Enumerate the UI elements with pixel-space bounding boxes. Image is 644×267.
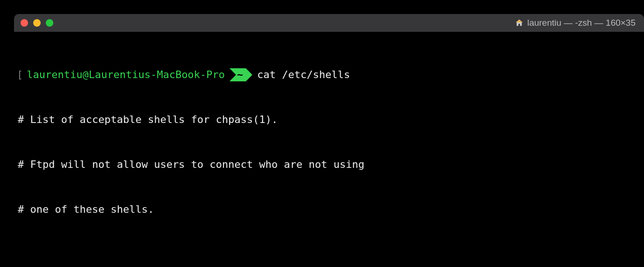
powerline-arrow-left-icon bbox=[229, 68, 236, 81]
output-line: # List of acceptable shells for chpass(1… bbox=[16, 112, 642, 127]
prompt-cwd: ~ bbox=[236, 68, 246, 81]
terminal-content[interactable]: [ laurentiu@Laurentius-MacBook-Pro ~ cat… bbox=[14, 32, 644, 267]
window-title: laurentiu — -zsh — 160×35 bbox=[515, 18, 636, 28]
output-line: # one of these shells. bbox=[16, 202, 642, 217]
command-text: cat /etc/shells bbox=[252, 67, 350, 82]
terminal-window: laurentiu — -zsh — 160×35 [ laurentiu@La… bbox=[14, 14, 644, 267]
window-titlebar[interactable]: laurentiu — -zsh — 160×35 bbox=[14, 14, 644, 32]
traffic-lights bbox=[21, 19, 53, 27]
minimize-button[interactable] bbox=[33, 19, 41, 27]
home-icon bbox=[515, 19, 523, 27]
prompt-line-1: [ laurentiu@Laurentius-MacBook-Pro ~ cat… bbox=[16, 67, 642, 82]
window-title-text: laurentiu — -zsh — 160×35 bbox=[527, 18, 636, 28]
prompt-user-host: laurentiu@Laurentius-MacBook-Pro bbox=[23, 67, 229, 82]
output-line: # Ftpd will not allow users to connect w… bbox=[16, 157, 642, 172]
maximize-button[interactable] bbox=[46, 19, 53, 27]
close-button[interactable] bbox=[21, 19, 28, 27]
powerline-arrow-right-icon bbox=[246, 68, 252, 81]
prompt-bracket: [ bbox=[16, 67, 23, 82]
prompt-cwd-segment: ~ bbox=[229, 68, 252, 81]
